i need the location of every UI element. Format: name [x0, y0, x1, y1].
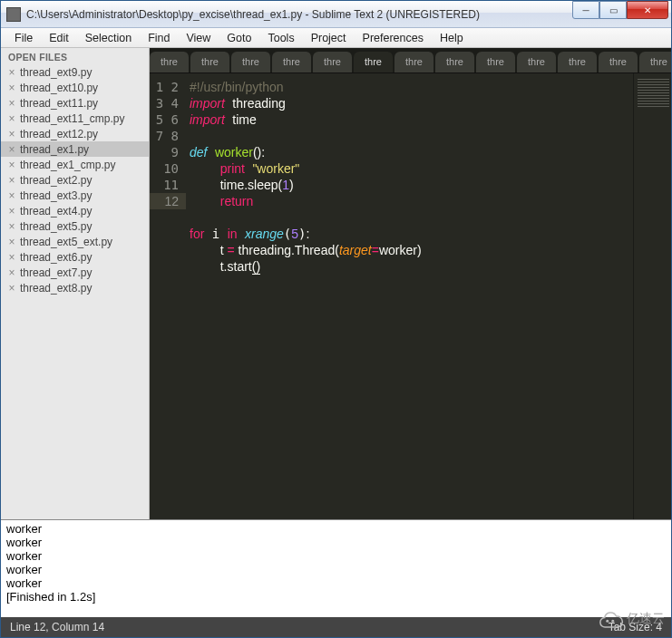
file-close-icon[interactable]: × [6, 189, 17, 202]
sidebar-file-item[interactable]: ×thread_ext7.py [1, 265, 149, 280]
code-content[interactable]: #!/usr/bin/python import threading impor… [186, 73, 633, 519]
editor-tab[interactable]: thre [272, 52, 312, 72]
open-files-list: ×thread_ext9.py×thread_ext10.py×thread_e… [1, 64, 149, 519]
file-label: thread_ext12.py [20, 128, 98, 140]
menu-project[interactable]: Project [303, 30, 355, 46]
menu-edit[interactable]: Edit [41, 30, 77, 46]
editor-tab[interactable]: thre [190, 52, 230, 72]
app-window: C:\Users\Administrator\Desktop\py_excise… [0, 0, 672, 638]
console-line: worker [6, 576, 666, 590]
menu-tools[interactable]: Tools [259, 30, 302, 46]
sidebar-file-item[interactable]: ×thread_ext4.py [1, 203, 149, 218]
file-label: thread_ext10.py [20, 82, 98, 94]
sidebar-file-item[interactable]: ×thread_ext5_ext.py [1, 234, 149, 249]
main-area: OPEN FILES ×thread_ext9.py×thread_ext10.… [1, 48, 671, 519]
svg-point-0 [606, 620, 609, 623]
file-label: thread_ext11.py [20, 97, 98, 110]
sidebar-file-item[interactable]: ×thread_ex1_cmp.py [1, 157, 149, 172]
file-label: thread_ext7.py [20, 266, 92, 279]
file-close-icon[interactable]: × [6, 282, 17, 295]
sidebar-file-item[interactable]: ×thread_ext8.py [1, 280, 149, 295]
build-output[interactable]: workerworkerworkerworkerworker[Finished … [1, 519, 671, 617]
file-label: thread_ext5.py [20, 220, 92, 233]
file-close-icon[interactable]: × [6, 220, 17, 233]
svg-point-1 [611, 620, 614, 623]
window-title: C:\Users\Administrator\Desktop\py_excise… [26, 8, 572, 21]
file-label: thread_ext9.py [20, 66, 92, 79]
file-label: thread_ex1_cmp.py [20, 159, 115, 171]
file-close-icon[interactable]: × [6, 143, 17, 156]
editor-tab[interactable]: thre [150, 52, 190, 72]
line-gutter: 1 2 3 4 5 6 7 8 9 10 11 12 [150, 73, 186, 519]
line-number: 12 [150, 193, 186, 209]
editor-tab[interactable]: thre [354, 52, 394, 72]
sidebar-file-item[interactable]: ×thread_ext10.py [1, 80, 149, 95]
file-close-icon[interactable]: × [6, 251, 17, 264]
sidebar-file-item[interactable]: ×thread_ext5.py [1, 218, 149, 234]
editor-tab[interactable]: thre [639, 52, 671, 72]
editor-tab[interactable]: thre [558, 52, 598, 72]
console-line: worker [6, 549, 666, 563]
sidebar-file-item[interactable]: ×thread_ext11.py [1, 95, 149, 111]
console-line: worker [6, 536, 666, 549]
file-label: thread_ext4.py [20, 205, 92, 218]
file-label: thread_ext3.py [20, 189, 92, 202]
menu-preferences[interactable]: Preferences [355, 30, 432, 46]
file-label: thread_ext2.py [20, 174, 92, 187]
menu-help[interactable]: Help [432, 30, 472, 46]
file-label: thread_ext5_ext.py [20, 236, 112, 248]
sidebar-file-item[interactable]: ×thread_ext6.py [1, 249, 149, 265]
sidebar-file-item[interactable]: ×thread_ext9.py [1, 64, 149, 80]
file-close-icon[interactable]: × [6, 82, 17, 94]
sidebar: OPEN FILES ×thread_ext9.py×thread_ext10.… [1, 48, 150, 519]
code-wrap: 1 2 3 4 5 6 7 8 9 10 11 12 #!/usr/bin/py… [150, 73, 671, 519]
editor-tab[interactable]: thre [435, 52, 475, 72]
app-icon [6, 7, 21, 22]
sidebar-file-item[interactable]: ×thread_ext11_cmp.py [1, 111, 149, 126]
menu-selection[interactable]: Selection [77, 30, 140, 46]
editor-tab[interactable]: thre [517, 52, 557, 72]
cloud-icon [596, 609, 623, 629]
file-label: thread_ext6.py [20, 251, 92, 264]
file-label: thread_ex1.py [20, 143, 89, 156]
maximize-button[interactable]: ▭ [599, 1, 627, 19]
file-close-icon[interactable]: × [6, 97, 17, 110]
console-line: worker [6, 522, 666, 536]
editor-area: threthrethrethrethrethrethrethrethrethre… [150, 48, 671, 519]
file-close-icon[interactable]: × [6, 236, 17, 248]
tab-bar: threthrethrethrethrethrethrethrethrethre… [150, 48, 671, 73]
file-close-icon[interactable]: × [6, 174, 17, 187]
file-close-icon[interactable]: × [6, 128, 17, 140]
minimize-button[interactable]: ─ [572, 1, 599, 19]
titlebar[interactable]: C:\Users\Administrator\Desktop\py_excise… [1, 1, 671, 28]
minimap-content [638, 79, 669, 108]
file-label: thread_ext8.py [20, 282, 92, 295]
editor-tab[interactable]: thre [599, 52, 638, 72]
sidebar-file-item[interactable]: ×thread_ext2.py [1, 172, 149, 188]
editor-tab[interactable]: thre [231, 52, 271, 72]
menu-file[interactable]: File [6, 30, 41, 46]
sidebar-file-item[interactable]: ×thread_ext12.py [1, 126, 149, 141]
window-controls: ─ ▭ ✕ [572, 1, 668, 19]
file-close-icon[interactable]: × [6, 66, 17, 79]
minimap[interactable] [633, 73, 671, 519]
menu-view[interactable]: View [178, 30, 219, 46]
sidebar-file-item[interactable]: ×thread_ext3.py [1, 188, 149, 203]
sidebar-header: OPEN FILES [1, 48, 149, 64]
file-close-icon[interactable]: × [6, 112, 17, 125]
editor-tab[interactable]: thre [394, 52, 434, 72]
file-close-icon[interactable]: × [6, 159, 17, 171]
sidebar-file-item[interactable]: ×thread_ex1.py [1, 141, 149, 157]
menu-find[interactable]: Find [140, 30, 178, 46]
menu-goto[interactable]: Goto [219, 30, 259, 46]
status-position[interactable]: Line 12, Column 14 [10, 621, 104, 633]
menubar: File Edit Selection Find View Goto Tools… [1, 28, 671, 48]
editor-tab[interactable]: thre [313, 52, 353, 72]
console-line: worker [6, 563, 666, 576]
editor-tab[interactable]: thre [476, 52, 516, 72]
file-close-icon[interactable]: × [6, 205, 17, 218]
file-close-icon[interactable]: × [6, 266, 17, 279]
statusbar: Line 12, Column 14 Tab Size: 4 [1, 617, 671, 637]
console-line: [Finished in 1.2s] [6, 590, 666, 604]
close-button[interactable]: ✕ [627, 1, 668, 19]
